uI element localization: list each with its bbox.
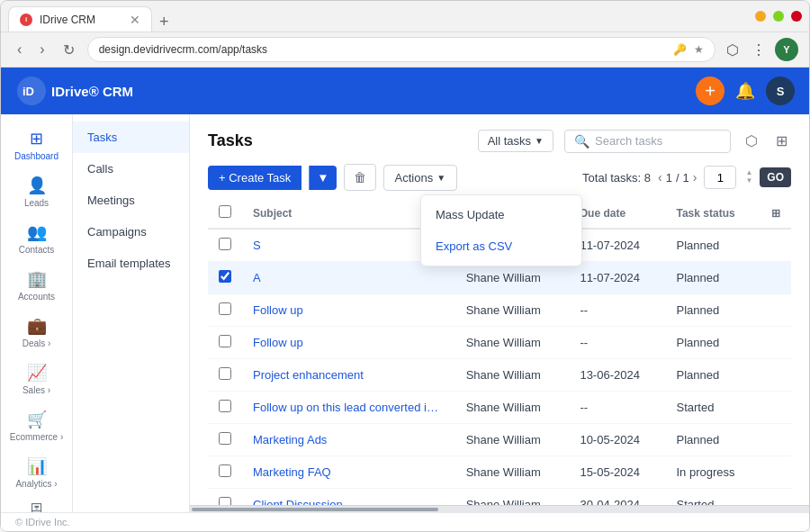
header-actions: + 🔔 S — [696, 77, 795, 105]
app-footer: © IDrive Inc. — [1, 512, 809, 531]
sidebar-item-ecommerce[interactable]: 🛒 Ecommerce › — [1, 402, 72, 449]
tab-favicon: i — [20, 14, 32, 26]
filter-dropdown[interactable]: All tasks ▼ — [478, 130, 554, 152]
th-columns-icon[interactable]: ⊞ — [760, 198, 791, 229]
nav-item-calls[interactable]: Calls — [73, 153, 189, 185]
filter-chevron-icon: ▼ — [535, 136, 544, 146]
prev-page-button[interactable]: ‹ — [658, 170, 662, 185]
address-bar-icons: 🔑 ★ — [673, 43, 704, 56]
task-subject[interactable]: Follow up on this lead converted into bu… — [242, 392, 455, 424]
task-subject[interactable]: Follow up — [242, 294, 455, 327]
tab-close-button[interactable]: ✕ — [130, 14, 140, 26]
go-button[interactable]: GO — [760, 167, 791, 187]
actions-button[interactable]: Actions ▼ — [383, 165, 458, 191]
columns-settings-icon[interactable]: ⊞ — [771, 207, 780, 220]
row-checkbox[interactable] — [219, 302, 231, 315]
sidebar-item-deals[interactable]: 💼 Deals › — [1, 309, 72, 356]
td-checkbox — [208, 294, 242, 327]
task-status: Planned — [666, 424, 761, 456]
task-subject[interactable]: A — [242, 262, 455, 294]
create-task-dropdown-button[interactable]: ▼ — [309, 166, 336, 190]
sidebar-item-contacts[interactable]: 👥 Contacts — [1, 215, 72, 262]
sales-icon: 📈 — [27, 363, 47, 383]
delete-button[interactable]: 🗑 — [344, 164, 376, 191]
page-number-input[interactable] — [704, 166, 736, 189]
forward-button[interactable]: › — [34, 40, 50, 59]
table-row: Follow up on this lead converted into bu… — [208, 392, 791, 424]
mass-update-item[interactable]: Mass Update — [421, 199, 581, 230]
go-label: GO — [767, 171, 784, 184]
row-checkbox[interactable] — [219, 335, 231, 347]
row-checkbox[interactable] — [219, 400, 231, 412]
task-status: Planned — [666, 262, 761, 294]
horizontal-scrollbar[interactable] — [190, 505, 809, 512]
task-status: Planned — [666, 229, 761, 262]
task-due-date: -- — [569, 392, 665, 424]
ecommerce-icon: 🛒 — [27, 410, 47, 429]
nav-item-meetings[interactable]: Meetings — [73, 185, 189, 216]
row-checkbox[interactable] — [219, 270, 231, 283]
actions-dropdown-menu: Mass Update Export as CSV — [420, 194, 582, 266]
task-subject[interactable]: Marketing FAQ — [242, 456, 455, 489]
nav-item-tasks[interactable]: Tasks — [73, 122, 189, 153]
app: iD IDrive® CRM + 🔔 S ⊞ Dashboard 👤 Lead — [1, 68, 809, 531]
task-due-date: -- — [569, 294, 665, 327]
sidebar-item-leads[interactable]: 👤 Leads — [1, 168, 72, 215]
nav-label-tasks: Tasks — [87, 131, 117, 144]
page-spinner[interactable]: ▲ ▼ — [745, 169, 752, 185]
extensions-button[interactable]: ⬡ — [723, 40, 742, 60]
active-tab[interactable]: i IDrive CRM ✕ — [8, 6, 152, 32]
sidebar-item-sales[interactable]: 📈 Sales › — [1, 356, 72, 402]
sidebar: ⊞ Dashboard 👤 Leads 👥 Contacts 🏢 Account… — [1, 114, 73, 512]
task-subject[interactable]: Marketing Ads — [242, 424, 455, 456]
task-subject[interactable]: Client Discussion — [242, 489, 455, 506]
page-down-arrow[interactable]: ▼ — [745, 177, 752, 185]
create-task-button[interactable]: + Create Task — [208, 166, 302, 190]
sidebar-item-dashboard[interactable]: ⊞ Dashboard — [1, 122, 72, 168]
sidebar-item-analytics[interactable]: 📊 Analytics › — [1, 449, 72, 496]
grid-view-button[interactable]: ⊞ — [772, 129, 791, 153]
table-row: Follow up Shane William -- Planned — [208, 327, 791, 359]
user-avatar[interactable]: S — [766, 77, 795, 105]
search-input[interactable] — [595, 134, 721, 148]
row-checkbox[interactable] — [219, 464, 231, 477]
refresh-button[interactable]: ↻ — [58, 40, 80, 60]
task-subject[interactable]: Project enhancement — [242, 359, 455, 392]
browser-profile[interactable]: Y — [775, 38, 798, 61]
next-page-button[interactable]: › — [693, 170, 698, 185]
new-tab-button[interactable]: + — [152, 13, 176, 32]
select-all-checkbox[interactable] — [219, 205, 231, 218]
nav-item-campaigns[interactable]: Campaigns — [73, 216, 189, 248]
back-button[interactable]: ‹ — [12, 40, 27, 59]
accounts-icon: 🏢 — [27, 269, 47, 289]
row-checkbox[interactable] — [219, 367, 231, 380]
scroll-thumb[interactable] — [192, 508, 438, 511]
leads-icon: 👤 — [27, 176, 47, 195]
add-button[interactable]: + — [696, 77, 724, 105]
task-subject[interactable]: Follow up — [242, 327, 455, 359]
sidebar-label-contacts: Contacts — [19, 245, 54, 255]
sidebar-label-dashboard: Dashboard — [14, 151, 58, 161]
deals-icon: 💼 — [27, 316, 47, 336]
minimize-button[interactable] — [755, 11, 766, 22]
browser-menu-button[interactable]: ⋮ — [748, 40, 770, 60]
nav-label-campaigns: Campaigns — [87, 225, 147, 239]
filter-icon-button[interactable]: ⬡ — [742, 129, 761, 153]
td-extra — [760, 456, 791, 489]
notifications-button[interactable]: 🔔 — [735, 81, 755, 101]
address-bar[interactable]: design.devidrivecrm.com/app/tasks 🔑 ★ — [87, 37, 716, 62]
maximize-button[interactable] — [773, 11, 784, 22]
create-task-label: + Create Task — [219, 171, 291, 185]
close-window-button[interactable] — [791, 11, 802, 22]
export-csv-item[interactable]: Export as CSV — [421, 230, 581, 262]
nav-label-email-templates: Email templates — [87, 257, 170, 270]
td-extra — [760, 392, 791, 424]
nav-label-calls: Calls — [87, 162, 113, 176]
sidebar-item-accounts[interactable]: 🏢 Accounts — [1, 262, 72, 309]
row-checkbox[interactable] — [219, 497, 231, 505]
row-checkbox[interactable] — [219, 432, 231, 445]
sidebar-item-data-migration[interactable]: 🗄 Data Migration — [1, 496, 72, 512]
nav-item-email-templates[interactable]: Email templates — [73, 248, 189, 279]
row-checkbox[interactable] — [219, 238, 231, 250]
sidebar-label-ecommerce: Ecommerce › — [10, 432, 63, 442]
